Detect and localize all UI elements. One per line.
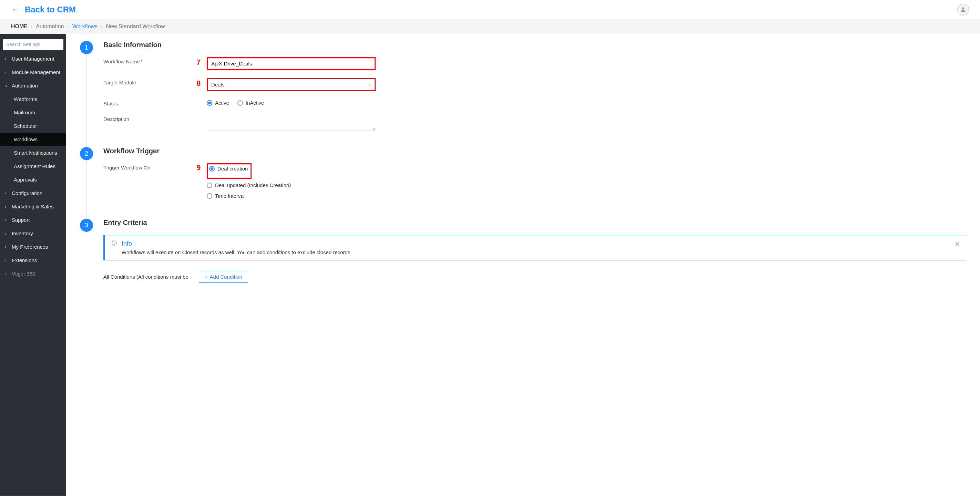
step-2-title: Workflow Trigger <box>103 147 966 155</box>
description-label: Description <box>103 115 207 122</box>
radio-icon <box>207 193 212 199</box>
sidebar-item-assignment-rules[interactable]: Assignment Rules <box>0 159 66 173</box>
info-title: Info <box>122 240 959 247</box>
chevron-right-icon: › <box>5 57 9 61</box>
chevron-right-icon: › <box>31 24 32 29</box>
step-3-title: Entry Criteria <box>103 219 966 227</box>
target-module-label: Target Module <box>103 78 207 86</box>
radio-label: Deal creation <box>218 166 248 172</box>
status-inactive-radio[interactable]: InActive <box>237 100 264 106</box>
sidebar-item-vtiger-360[interactable]: › Vtiger 360 <box>0 267 66 280</box>
step-1-title: Basic Information <box>103 41 966 49</box>
workflow-name-label: Workflow Name* <box>103 57 207 64</box>
user-icon <box>960 6 967 13</box>
search-settings-input[interactable] <box>3 39 64 50</box>
info-text: Workflows will execute on Closed records… <box>122 250 959 255</box>
add-condition-label: Add Condition <box>210 274 242 280</box>
breadcrumb-home[interactable]: HOME <box>11 24 27 30</box>
radio-icon <box>237 100 243 106</box>
sidebar-item-label: Assignment Rules <box>14 163 56 169</box>
sidebar-item-module-management[interactable]: › Module Management <box>0 65 66 79</box>
add-condition-button[interactable]: + Add Condition <box>199 271 248 283</box>
step-1-badge: 1 <box>80 41 93 54</box>
sidebar-item-label: Smart Notifications <box>14 150 57 156</box>
breadcrumb-automation[interactable]: Automation <box>36 24 64 30</box>
chevron-right-icon: › <box>5 245 9 250</box>
breadcrumb: HOME › Automation › Workflows › New Stan… <box>0 19 980 34</box>
description-textarea[interactable] <box>207 115 375 131</box>
sidebar-item-scheduler[interactable]: Scheduler <box>0 119 66 133</box>
info-box: ⓘ Info Workflows will execute on Closed … <box>103 235 966 261</box>
workflow-name-input[interactable] <box>208 58 375 69</box>
chevron-right-icon: › <box>5 231 9 236</box>
status-active-radio[interactable]: Active <box>207 100 229 106</box>
sidebar-item-label: Extensions <box>12 257 37 263</box>
sidebar-item-label: Mailroom <box>14 110 35 115</box>
sidebar-item-mailroom[interactable]: Mailroom <box>0 106 66 119</box>
sidebar-item-label: Support <box>12 217 30 223</box>
sidebar-item-inventory[interactable]: › Inventory <box>0 227 66 240</box>
sidebar-item-my-preferences[interactable]: › My Preferences <box>0 240 66 253</box>
radio-label: Deal updated (Includes Creation) <box>215 182 291 188</box>
sidebar-item-support[interactable]: › Support <box>0 213 66 227</box>
user-avatar[interactable] <box>957 4 969 16</box>
chevron-right-icon: › <box>5 204 9 209</box>
sidebar-item-label: My Preferences <box>12 244 48 250</box>
sidebar-item-webforms[interactable]: Webforms <box>0 92 66 106</box>
chevron-down-icon: ∨ <box>368 82 371 87</box>
settings-sidebar: › User Management › Module Management ∨ … <box>0 34 66 496</box>
radio-icon <box>209 166 215 172</box>
chevron-right-icon: › <box>5 272 9 276</box>
chevron-right-icon: › <box>5 191 9 196</box>
step-3-badge: 3 <box>80 219 93 232</box>
sidebar-item-extensions[interactable]: › Extensions <box>0 253 66 267</box>
main-content: 1 Basic Information Workflow Name* 7 <box>66 34 980 496</box>
radio-icon <box>207 100 212 106</box>
sidebar-item-label: Approvals <box>14 177 37 183</box>
chevron-right-icon: › <box>5 218 9 223</box>
target-module-select[interactable]: Deals ∨ <box>208 79 375 90</box>
sidebar-item-workflows[interactable]: Workflows <box>0 133 66 146</box>
trigger-label: Trigger Workflow On <box>103 163 207 170</box>
sidebar-item-approvals[interactable]: Approvals <box>0 173 66 186</box>
back-to-crm-link[interactable]: ← Back to CRM <box>11 4 76 15</box>
plus-icon: + <box>205 274 208 280</box>
sidebar-item-user-management[interactable]: › User Management <box>0 52 66 65</box>
sidebar-item-label: Inventory <box>12 231 33 236</box>
sidebar-item-marketing-sales[interactable]: › Marketing & Sales <box>0 200 66 213</box>
breadcrumb-workflows[interactable]: Workflows <box>72 24 98 30</box>
trigger-time-radio[interactable]: Time Interval <box>207 193 375 199</box>
chevron-down-icon: ∨ <box>5 83 9 88</box>
chevron-right-icon: › <box>67 24 68 29</box>
trigger-creation-radio[interactable]: Deal creation <box>209 166 248 172</box>
radio-label: Time Interval <box>215 193 245 199</box>
sidebar-item-label: Configuration <box>12 190 42 196</box>
sidebar-item-label: Scheduler <box>14 123 37 129</box>
breadcrumb-current: New Standard Workflow <box>106 24 165 30</box>
close-icon[interactable]: ✕ <box>955 240 960 248</box>
sidebar-item-label: Webforms <box>14 96 37 102</box>
sidebar-item-label: Workflows <box>14 137 38 142</box>
status-label: Status <box>103 99 207 107</box>
sidebar-item-smart-notifications[interactable]: Smart Notifications <box>0 146 66 159</box>
sidebar-item-label: Automation <box>12 83 38 89</box>
chevron-right-icon: › <box>101 24 102 29</box>
sidebar-item-configuration[interactable]: › Configuration <box>0 186 66 200</box>
step-2-badge: 2 <box>80 147 93 160</box>
radio-label: Active <box>215 100 229 106</box>
arrow-left-icon: ← <box>11 4 21 15</box>
radio-icon <box>207 183 212 188</box>
trigger-updated-radio[interactable]: Deal updated (Includes Creation) <box>207 182 375 188</box>
sidebar-item-label: User Management <box>12 56 54 62</box>
back-label: Back to CRM <box>25 5 76 14</box>
sidebar-item-label: Module Management <box>12 69 60 75</box>
all-conditions-label: All Conditions (All conditions must be <box>103 274 188 280</box>
chevron-right-icon: › <box>5 258 9 263</box>
radio-label: InActive <box>246 100 264 106</box>
info-icon: ⓘ <box>111 240 117 246</box>
sidebar-item-automation[interactable]: ∨ Automation <box>0 79 66 92</box>
topbar: ← Back to CRM <box>0 0 980 19</box>
sidebar-item-label: Vtiger 360 <box>12 271 35 277</box>
target-module-value: Deals <box>211 82 224 87</box>
sidebar-item-label: Marketing & Sales <box>12 203 54 210</box>
